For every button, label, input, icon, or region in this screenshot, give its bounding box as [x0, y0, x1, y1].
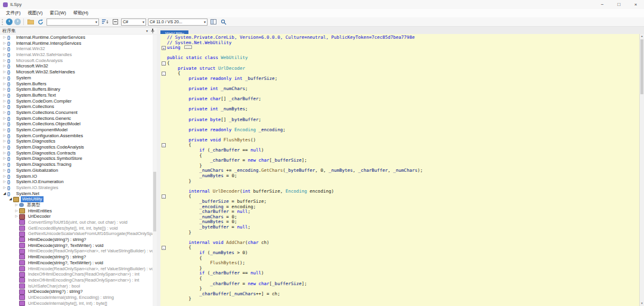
expander-expanded-icon[interactable]: ◢ [2, 191, 7, 197]
expander-collapsed-icon[interactable]: ▷ [2, 58, 7, 64]
tree-item[interactable]: ▷{}System.Diagnostics.Contracts [0, 150, 153, 156]
tree-item[interactable]: IndexOfHtmlDecodingChars(ReadOnlySpan<ch… [0, 271, 153, 277]
maximize-button[interactable]: □ [611, 0, 627, 9]
menu-help[interactable]: 帮助(H) [70, 10, 92, 16]
pin-icon[interactable] [151, 29, 154, 33]
tree-item[interactable]: ▷{}System.ComponentModel [0, 127, 153, 133]
tree-item[interactable]: HtmlEncode(string?) : string? [0, 254, 153, 260]
expander-collapsed-icon[interactable]: ▷ [2, 156, 7, 162]
expander-collapsed-icon[interactable]: ▷ [2, 150, 7, 156]
tree-item[interactable]: ▷{}System.Diagnostics.SymbolStore [0, 156, 153, 162]
tree-item[interactable]: ConvertSmpToUtf16(uint, out char, out ch… [0, 220, 153, 225]
expander-expanded-icon[interactable]: ◢ [8, 196, 13, 202]
tree-item[interactable]: HtmlEncode(string?, TextWriter) : void [0, 260, 153, 266]
collapse-all-button[interactable] [111, 18, 119, 26]
tree-item[interactable]: ▷{}Microsoft.Win32.SafeHandles [0, 69, 153, 75]
language-combo[interactable]: C# ▾ [121, 18, 146, 26]
tree-item[interactable]: HtmlEncode(ReadOnlySpan<char>, ref Value… [0, 266, 153, 272]
tree-item[interactable]: IndexOfHtmlEncodingChars(ReadOnlySpan<ch… [0, 277, 153, 283]
expander-collapsed-icon[interactable]: ▷ [2, 81, 7, 87]
fold-collapse-icon[interactable]: - [162, 246, 166, 250]
tree-item[interactable]: GetEncodedBytes(byte[], int, int, byte[]… [0, 225, 153, 231]
tree-item[interactable]: ▷{}System.IO.Strategies [0, 185, 153, 191]
editor-scrollbar[interactable]: ▲ ▼ [639, 34, 644, 306]
search-button[interactable] [219, 18, 228, 26]
tree-item[interactable]: ▷{}System.Diagnostics [0, 138, 153, 144]
expander-collapsed-icon[interactable]: ▷ [2, 144, 7, 150]
expander-collapsed-icon[interactable]: ▷ [2, 92, 7, 98]
minimize-button[interactable]: − [594, 0, 611, 9]
tree-item[interactable]: ▷{}System.Buffers.Binary [0, 86, 153, 92]
expander-collapsed-icon[interactable]: ▷ [2, 86, 7, 92]
expander-collapsed-icon[interactable]: ▷ [2, 185, 7, 191]
tree-item[interactable]: UrlDecodeInternal(byte[], int, int) : by… [0, 301, 153, 306]
expander-collapsed-icon[interactable]: ▷ [2, 41, 7, 47]
tree-item[interactable]: ▷{}Internal.Win32 [0, 46, 153, 52]
expander-collapsed-icon[interactable]: ▷ [2, 104, 7, 110]
tree-item[interactable]: ▷{}System.Collections.Generic [0, 116, 153, 122]
expander-collapsed-icon[interactable]: ▷ [2, 35, 7, 41]
chevron-down-icon[interactable]: ▾ [146, 29, 148, 33]
editor-scrollbar-thumb[interactable] [640, 39, 643, 94]
sort-assemblies-button[interactable] [101, 18, 109, 26]
expander-collapsed-icon[interactable]: ▷ [2, 121, 7, 127]
tree-item[interactable]: ◢WebUtility [0, 196, 153, 202]
tree-item[interactable]: ▷{}System.Globalization [0, 168, 153, 174]
language-version-combo[interactable]: C# 11.0 / VS 20... ▾ [148, 18, 208, 26]
open-file-button[interactable] [26, 18, 35, 26]
expander-collapsed-icon[interactable]: ▷ [2, 127, 7, 133]
tree-item[interactable]: ▷{}System.Collections.Concurrent [0, 110, 153, 116]
tree-item[interactable]: ▷{}Internal.Win32.SafeHandles [0, 52, 153, 58]
scroll-down-icon[interactable]: ▼ [640, 301, 644, 306]
fold-collapse-icon[interactable]: - [162, 61, 166, 66]
tree-item[interactable]: ▷{}System.IO [0, 174, 153, 180]
tree-item[interactable]: HtmlDecode(string?, TextWriter) : void [0, 243, 153, 249]
tree-item[interactable]: ▷HtmlEntities [0, 208, 153, 214]
expander-collapsed-icon[interactable]: ▷ [2, 116, 7, 122]
tree-item[interactable]: UrlDecodeInternal(string, Encoding) : st… [0, 295, 153, 301]
expander-collapsed-icon[interactable]: ▷ [2, 75, 7, 81]
expander-collapsed-icon[interactable]: ▷ [14, 214, 19, 220]
fold-collapse-icon[interactable]: - [162, 72, 166, 76]
tree-item[interactable]: HtmlDecode(ReadOnlySpan<char>, ref Value… [0, 248, 153, 254]
expander-collapsed-icon[interactable]: ▷ [14, 208, 19, 214]
expander-collapsed-icon[interactable]: ▷ [2, 110, 7, 116]
tree-item[interactable]: ▷{}System.Collections.ObjectModel [0, 121, 153, 127]
expander-collapsed-icon[interactable]: ▷ [2, 98, 7, 104]
menu-view[interactable]: 视图(V) [24, 10, 47, 16]
fold-collapse-icon[interactable]: - [162, 143, 166, 147]
tree-item[interactable]: ▷{}System.IO.Enumeration [0, 179, 153, 185]
tree-item[interactable]: ▷{}Internal.Runtime.CompilerServices [0, 35, 153, 41]
tree-item[interactable]: ▷{}Microsoft.Win32 [0, 63, 153, 69]
tree-item[interactable]: HtmlDecode(string?) : string? [0, 237, 153, 243]
tree-item[interactable]: ▷{}System.Buffers [0, 81, 153, 87]
tree-item[interactable]: ▷{}System.Diagnostics.Tracing [0, 162, 153, 168]
expander-collapsed-icon[interactable]: ▷ [2, 162, 7, 168]
forward-button[interactable]: › [14, 18, 21, 25]
tree-item[interactable]: GetNextUnicodeScalarValueFromUtf16Surrog… [0, 231, 153, 237]
expander-collapsed-icon[interactable]: ▷ [2, 46, 7, 52]
expander-collapsed-icon[interactable]: ▷ [2, 52, 7, 58]
tree-item[interactable]: ▷{}System [0, 75, 153, 81]
refresh-button[interactable] [36, 18, 45, 26]
fold-collapse-icon[interactable]: - [162, 194, 166, 199]
menu-window[interactable]: 窗口(W) [47, 10, 70, 16]
assembly-list-combo[interactable]: ▾ [47, 18, 99, 26]
menu-file[interactable]: 文件(F) [2, 10, 24, 16]
scroll-up-icon[interactable]: ▲ [640, 34, 644, 39]
tree-item[interactable]: ▷{}Internal.Runtime.InteropServices [0, 41, 153, 47]
tree-scrollbar-thumb[interactable] [153, 172, 156, 231]
tree-item[interactable]: ▷UrlDecoder [0, 214, 153, 220]
expander-collapsed-icon[interactable]: ▷ [2, 179, 7, 185]
close-button[interactable]: × [627, 0, 644, 9]
expander-collapsed-icon[interactable]: ▷ [2, 63, 7, 69]
tree-item[interactable]: ▷{}Microsoft.CodeAnalysis [0, 58, 153, 64]
expander-collapsed-icon[interactable]: ▷ [2, 138, 7, 144]
expander-collapsed-icon[interactable]: ▷ [14, 202, 19, 208]
expander-collapsed-icon[interactable]: ▷ [2, 133, 7, 139]
tree-item[interactable]: ▷{}System.Diagnostics.CodeAnalysis [0, 144, 153, 150]
tree-scrollbar[interactable] [153, 35, 157, 306]
tree-item[interactable]: IsUrlSafeChar(char) : bool [0, 283, 153, 289]
fold-expand-icon[interactable]: + [162, 46, 166, 50]
expander-collapsed-icon[interactable]: ▷ [2, 168, 7, 174]
